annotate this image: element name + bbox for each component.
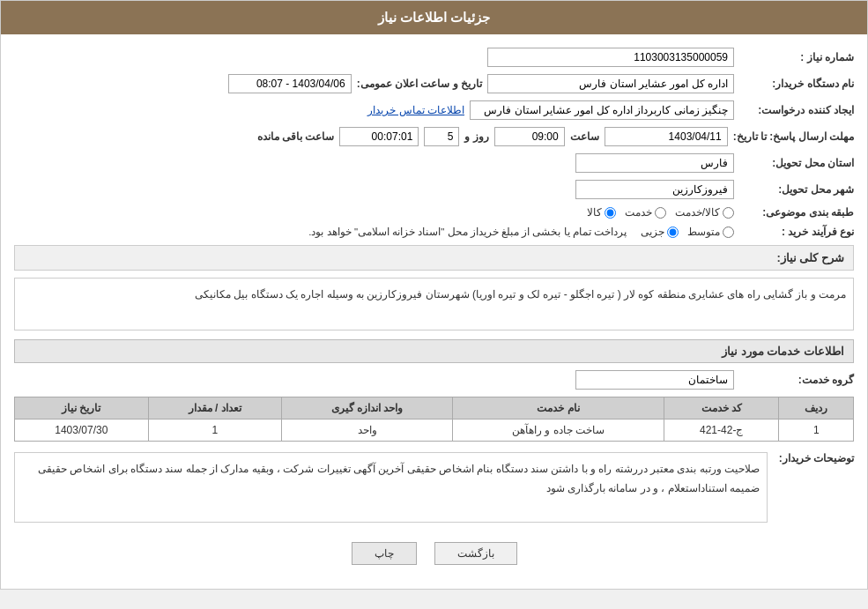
- province-label: استان محل تحویل:: [739, 157, 854, 169]
- process-row: نوع فرآیند خرید : متوسط جزیی پرداخت تمام…: [14, 226, 854, 238]
- col-unit: واحد اندازه گیری: [282, 397, 453, 420]
- cell-count: 1: [148, 420, 281, 442]
- creator-label: ایجاد کننده درخواست:: [739, 104, 854, 116]
- deadline-row: مهلت ارسال پاسخ: تا تاریخ: ساعت روز و سا…: [14, 127, 854, 146]
- category-radio-kala[interactable]: [605, 207, 616, 219]
- col-count: تعداد / مقدار: [148, 397, 281, 420]
- process-radio-motavaset[interactable]: [723, 227, 734, 238]
- col-code: کد خدمت: [664, 397, 779, 420]
- cell-code: ج-42-421: [664, 420, 779, 442]
- creator-row: ایجاد کننده درخواست: اطلاعات تماس خریدار: [14, 100, 854, 120]
- remaining-label: ساعت باقی مانده: [257, 130, 335, 143]
- deadline-date-input[interactable]: [605, 127, 728, 146]
- deadline-label: مهلت ارسال پاسخ: تا تاریخ:: [733, 130, 854, 143]
- deadline-days-input[interactable]: [424, 127, 459, 146]
- process-label: نوع فرآیند خرید :: [739, 226, 854, 238]
- services-section-title: اطلاعات خدمات مورد نیاز: [14, 339, 854, 363]
- city-row: شهر محل تحویل:: [14, 180, 854, 199]
- cell-row: 1: [779, 420, 854, 442]
- city-input[interactable]: [575, 180, 734, 199]
- buyer-notes-box: صلاحیت ورتبه بندی معتبر دررشته راه و با …: [14, 452, 768, 523]
- back-button[interactable]: بازگشت: [434, 542, 517, 565]
- service-group-row: گروه خدمت:: [14, 370, 854, 390]
- need-number-label: شماره نیاز :: [739, 51, 854, 63]
- print-button[interactable]: چاپ: [352, 542, 417, 565]
- category-radio-group: کالا/خدمت خدمت کالا: [587, 206, 734, 219]
- cell-name: ساخت جاده و راهآهن: [453, 420, 664, 442]
- category-option-khedmat[interactable]: خدمت: [625, 206, 666, 219]
- category-label-kala: کالا: [587, 206, 602, 219]
- services-table: ردیف کد خدمت نام خدمت واحد اندازه گیری ت…: [14, 397, 854, 442]
- announcement-date-input[interactable]: [228, 74, 352, 93]
- buyer-name-label: نام دستگاه خریدار:: [739, 78, 854, 90]
- province-row: استان محل تحویل:: [14, 153, 854, 173]
- contact-link[interactable]: اطلاعات تماس خریدار: [367, 104, 464, 116]
- category-option-kala-khedmat[interactable]: کالا/خدمت: [675, 206, 734, 219]
- process-radio-group: متوسط جزیی: [641, 226, 734, 238]
- buyer-notes-text: صلاحیت ورتبه بندی معتبر دررشته راه و با …: [38, 463, 760, 494]
- col-date: تاریخ نیاز: [15, 397, 149, 420]
- process-label-motavaset: متوسط: [687, 226, 720, 238]
- province-input[interactable]: [575, 153, 734, 173]
- announcement-date-label: تاریخ و ساعت اعلان عمومی:: [357, 78, 482, 90]
- deadline-time-label: ساعت: [570, 130, 599, 143]
- page-wrapper: جزئیات اطلاعات نیاز شماره نیاز : نام دست…: [0, 0, 868, 590]
- service-group-input[interactable]: [575, 370, 734, 390]
- buyer-notes-row: توضیحات خریدار: صلاحیت ورتبه بندی معتبر …: [14, 452, 854, 531]
- need-number-row: شماره نیاز :: [14, 48, 854, 67]
- buyer-notes-label: توضیحات خریدار:: [775, 452, 854, 464]
- deadline-days-label: روز و: [464, 130, 488, 143]
- category-option-kala[interactable]: کالا: [587, 206, 616, 219]
- page-header: جزئیات اطلاعات نیاز: [1, 1, 867, 34]
- need-desc-section-title: شرح کلی نیاز:: [14, 245, 854, 271]
- category-label-khedmat: خدمت: [625, 206, 652, 219]
- category-row: طبقه بندی موضوعی: کالا/خدمت خدمت کالا: [14, 206, 854, 219]
- need-desc-box: مرمت و باز گشایی راه های عشایری منطقه کو…: [14, 278, 854, 330]
- table-row: 1 ج-42-421 ساخت جاده و راهآهن واحد 1 140…: [15, 420, 854, 442]
- process-radio-jozi[interactable]: [667, 227, 679, 238]
- process-option-jozi[interactable]: جزیی: [641, 226, 679, 238]
- buyer-row: نام دستگاه خریدار: تاریخ و ساعت اعلان عم…: [14, 74, 854, 93]
- col-row: ردیف: [779, 397, 854, 420]
- process-notice: پرداخت تمام یا بخشی از مبلغ خریداز محل "…: [308, 226, 627, 238]
- process-label-jozi: جزیی: [641, 226, 664, 238]
- category-radio-kala-khedmat[interactable]: [723, 207, 734, 219]
- deadline-time-input[interactable]: [494, 127, 565, 146]
- service-group-label: گروه خدمت:: [739, 374, 854, 386]
- need-number-input[interactable]: [487, 48, 734, 67]
- buyer-name-input[interactable]: [487, 74, 734, 93]
- page-title: جزئیات اطلاعات نیاز: [378, 10, 490, 25]
- creator-input[interactable]: [470, 100, 734, 120]
- remaining-input[interactable]: [339, 127, 419, 146]
- cell-unit: واحد: [282, 420, 453, 442]
- cell-date: 1403/07/30: [15, 420, 149, 442]
- category-label: طبقه بندی موضوعی:: [739, 206, 854, 219]
- need-desc-label: شرح کلی نیاز:: [776, 251, 844, 264]
- services-table-section: ردیف کد خدمت نام خدمت واحد اندازه گیری ت…: [14, 397, 854, 442]
- process-option-motavaset[interactable]: متوسط: [687, 226, 734, 238]
- footer-buttons: بازگشت چاپ: [14, 531, 854, 576]
- col-name: نام خدمت: [453, 397, 664, 420]
- category-label-kala-khedmat: کالا/خدمت: [675, 206, 720, 219]
- services-title-text: اطلاعات خدمات مورد نیاز: [722, 345, 844, 358]
- city-label: شهر محل تحویل:: [739, 183, 854, 196]
- content-area: شماره نیاز : نام دستگاه خریدار: تاریخ و …: [1, 34, 867, 589]
- category-radio-khedmat[interactable]: [655, 207, 666, 219]
- need-desc-text: مرمت و باز گشایی راه های عشایری منطقه کو…: [195, 288, 846, 301]
